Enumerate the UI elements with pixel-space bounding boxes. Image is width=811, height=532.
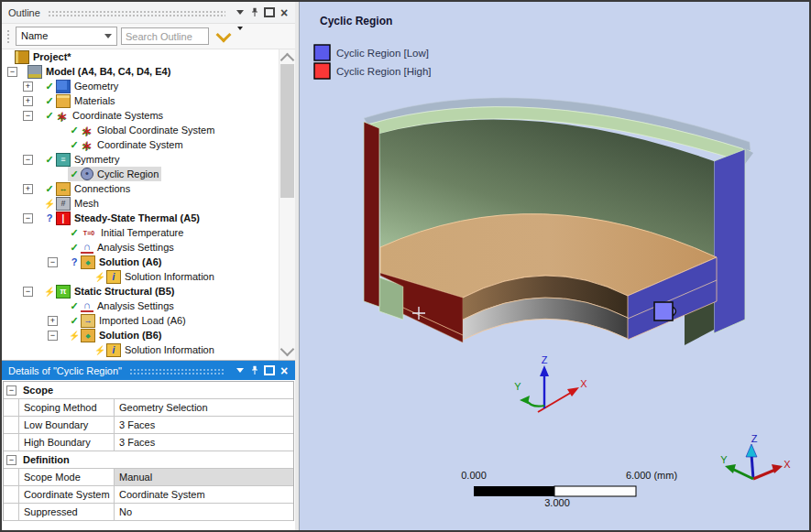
tree-item[interactable]: ✓Global Coordinate System [2, 123, 295, 137]
check-status-icon: ✓ [43, 110, 56, 122]
details-row[interactable]: SuppressedNo [4, 504, 293, 521]
pin-icon[interactable] [247, 364, 262, 378]
tree-item-label: Cyclic Region [97, 168, 161, 179]
tree-item[interactable]: Project* [2, 49, 295, 64]
tree-item[interactable]: −⚡Static Structural (B5) [2, 284, 295, 299]
details-row-label: High Boundary [19, 434, 115, 451]
details-row[interactable]: Coordinate SystemCoordinate System [4, 486, 293, 504]
tree-item-label: Project* [33, 51, 74, 62]
solinfo-icon [106, 343, 121, 357]
legend-low-label: Cyclic Region [Low] [336, 48, 429, 59]
scrollbar-thumb[interactable] [280, 64, 294, 198]
model-icon [27, 65, 42, 79]
toolbar-grip-handle[interactable] [6, 29, 10, 44]
panel-menu-chevron-icon[interactable] [233, 5, 247, 20]
tree-item[interactable]: +✓Materials [2, 93, 295, 108]
viewport-title: Cyclic Region [320, 15, 392, 27]
legend-high-swatch [314, 63, 330, 79]
expander-minus-icon[interactable]: − [6, 455, 16, 465]
tree-item[interactable]: −?Solution (A6) [2, 255, 295, 269]
outline-panel-header[interactable]: Outline × [2, 2, 295, 24]
check-status-icon: ✓ [43, 183, 56, 195]
expander-plus-icon[interactable]: + [48, 316, 58, 326]
tree-item[interactable]: −⚡Solution (B6) [2, 328, 295, 342]
analysis-icon [81, 242, 93, 254]
details-row[interactable]: Low Boundary3 Faces [4, 417, 293, 434]
details-row-value[interactable]: Coordinate System [115, 486, 293, 503]
tree-item[interactable]: −✓Coordinate Systems [2, 108, 295, 123]
details-row[interactable]: High Boundary3 Faces [4, 434, 293, 451]
pin-icon[interactable] [247, 5, 262, 20]
details-row[interactable]: Scope ModeManual [4, 469, 293, 486]
expander-minus-icon[interactable]: − [6, 385, 16, 396]
static-icon [56, 285, 71, 299]
tree-item[interactable]: ⚡Solution Information [2, 342, 295, 357]
details-row-label: Scoping Method [19, 399, 115, 416]
ring-low-boundary-face[interactable] [714, 149, 745, 333]
tree-item[interactable]: +✓Connections [2, 181, 295, 196]
tree-item[interactable]: ✓Initial Temperature [2, 225, 295, 240]
3d-viewport[interactable]: Cyclic Region Cyclic Region [Low] Cyclic… [300, 2, 809, 530]
tree-item[interactable]: ✓Analysis Settings [2, 240, 295, 255]
tree-item-label: Global Coordinate System [97, 125, 217, 136]
details-group-row[interactable]: −Scope [4, 382, 293, 399]
tree-item[interactable]: −Model (A4, B4, C4, D4, E4) [2, 64, 295, 79]
cyclic-sector-model[interactable] [364, 98, 753, 345]
close-icon[interactable]: × [277, 5, 291, 20]
expander-plus-icon[interactable]: + [23, 184, 33, 194]
scroll-down-icon[interactable] [280, 342, 295, 357]
search-input[interactable] [121, 27, 209, 45]
expander-plus-icon[interactable]: + [23, 96, 33, 106]
tree-scrollbar[interactable] [279, 49, 295, 360]
expander-plus-icon[interactable]: + [23, 81, 33, 92]
expander-minus-icon[interactable]: − [23, 213, 33, 223]
tree-item[interactable]: −?Steady-State Thermal (A5) [2, 211, 295, 225]
tree-item[interactable]: +✓Geometry [2, 79, 295, 93]
tree-item-label: Coordinate Systems [72, 110, 166, 121]
tree-item[interactable]: ⚡Solution Information [2, 269, 295, 284]
toolbar-dropdown-icon[interactable] [237, 30, 243, 47]
details-row-gutter [4, 469, 19, 485]
expander-minus-icon[interactable]: − [48, 257, 58, 267]
triad-z-label: Z [542, 354, 548, 365]
details-row-value[interactable]: Manual [115, 469, 293, 485]
expander-minus-icon[interactable]: − [48, 331, 58, 341]
tree-item[interactable]: −✓Symmetry [2, 152, 295, 167]
tree-item[interactable]: ✓Coordinate System [2, 137, 295, 152]
details-group-label: Definition [18, 451, 70, 468]
details-panel-header[interactable]: Details of "Cyclic Region" × [2, 361, 295, 380]
close-icon[interactable]: × [277, 364, 291, 378]
connections-icon [56, 182, 71, 196]
tree-item[interactable]: +✓Imported Load (A6) [2, 313, 295, 328]
name-filter-combobox[interactable]: Name [16, 27, 117, 46]
details-row-value[interactable]: No [115, 504, 293, 520]
3d-viewport-canvas[interactable]: Cyclic Region Cyclic Region [Low] Cyclic… [300, 2, 809, 530]
t0-icon [81, 227, 97, 239]
details-row-value[interactable]: 3 Faces [115, 434, 293, 451]
legend-low-swatch [314, 45, 330, 60]
maximize-icon[interactable] [262, 5, 277, 20]
legend-high-label: Cyclic Region [High] [336, 66, 432, 77]
details-group-row[interactable]: −Definition [4, 451, 293, 469]
details-row-value[interactable]: 3 Faces [115, 417, 293, 433]
expander-minus-icon[interactable]: − [7, 67, 17, 77]
details-group-label: Scope [18, 382, 53, 398]
details-row[interactable]: Scoping MethodGeometry Selection [4, 399, 293, 417]
expand-collapse-chevron-icon[interactable] [216, 27, 232, 42]
tree: Project*−Model (A4, B4, C4, D4, E4)+✓Geo… [2, 49, 295, 360]
expander-minus-icon[interactable]: − [23, 111, 33, 121]
maximize-icon[interactable] [262, 364, 277, 378]
details-row-value[interactable]: Geometry Selection [115, 399, 293, 416]
panel-menu-chevron-icon[interactable] [233, 364, 247, 378]
outline-panel: Outline × Name Project* [2, 2, 295, 361]
expander-minus-icon[interactable]: − [23, 155, 33, 165]
tree-item[interactable]: ⚡Mesh [2, 196, 295, 211]
expander-minus-icon[interactable]: − [23, 287, 33, 297]
tree-item[interactable]: ✓Analysis Settings [2, 299, 295, 313]
ring-high-boundary-face[interactable] [364, 122, 379, 307]
global-axis-triad[interactable]: Z X Y [720, 433, 791, 479]
details-row-label: Suppressed [19, 504, 115, 520]
details-table: −ScopeScoping MethodGeometry SelectionLo… [3, 381, 294, 521]
selection-handle[interactable] [654, 302, 676, 320]
tree-item[interactable]: ✓Cyclic Region [2, 167, 295, 181]
